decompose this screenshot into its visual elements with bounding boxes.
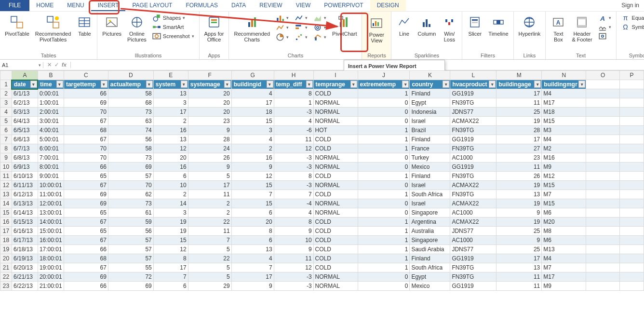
tab-insert[interactable]: INSERT	[91, 0, 126, 11]
cell-A2[interactable]: 6/1/13	[12, 89, 38, 98]
cell-A23[interactable]: 6/22/13	[12, 282, 38, 291]
cell-J16[interactable]: 1	[358, 217, 410, 227]
cell-N20[interactable]: M4	[542, 254, 586, 263]
cell-F20[interactable]: 22	[188, 254, 231, 263]
cell-L19[interactable]: JDNS77	[450, 245, 496, 254]
cell-M22[interactable]: 11	[496, 272, 542, 282]
cell-H15[interactable]: 4	[274, 208, 313, 217]
row-header-10[interactable]: 10	[0, 163, 12, 172]
cell-A11[interactable]: 6/10/13	[12, 172, 38, 181]
cell-empty[interactable]	[620, 181, 644, 190]
cell-N16[interactable]: M20	[542, 217, 586, 227]
cell-I12[interactable]: NORMAL	[313, 181, 358, 190]
filter-button-buildingid[interactable]: ▾	[267, 81, 273, 88]
line-chart-button[interactable]: ▾	[274, 23, 291, 32]
cell-C15[interactable]: 65	[64, 208, 108, 217]
cell-C10[interactable]: 66	[64, 163, 108, 172]
cell-K10[interactable]: Mexico	[410, 163, 450, 172]
cell-F6[interactable]: 9	[188, 126, 231, 135]
table-button[interactable]: Table	[75, 14, 94, 38]
tab-review[interactable]: REVIEW	[253, 0, 289, 11]
cell-L15[interactable]: AC1000	[450, 208, 496, 217]
cell-L17[interactable]: JDNS77	[450, 227, 496, 236]
column-header-F[interactable]: F	[188, 71, 231, 80]
cell-N2[interactable]: M4	[542, 89, 586, 98]
cell-D17[interactable]: 56	[108, 227, 153, 236]
cell-empty[interactable]	[586, 126, 620, 135]
row-header-22[interactable]: 22	[0, 272, 12, 282]
cell-J23[interactable]: 0	[358, 282, 410, 291]
cell-F11[interactable]: 5	[188, 172, 231, 181]
cell-L3[interactable]: FN39TG	[450, 98, 496, 108]
cell-B3[interactable]: 1:00:01	[38, 98, 64, 108]
cell-N22[interactable]: M17	[542, 272, 586, 282]
cell-D7[interactable]: 56	[108, 135, 153, 144]
cell-F21[interactable]: 5	[188, 263, 231, 272]
table-header-temprange[interactable]: temprange▾	[313, 80, 358, 89]
cell-B13[interactable]: 11:00:01	[38, 190, 64, 199]
row-header-7[interactable]: 7	[0, 135, 12, 144]
cell-J6[interactable]: 1	[358, 126, 410, 135]
column-header-N[interactable]: N	[542, 71, 586, 80]
cell-K14[interactable]: Israel	[410, 199, 450, 208]
cell-B23[interactable]: 21:00:01	[38, 282, 64, 291]
cell-J4[interactable]: 0	[358, 108, 410, 117]
cell-J17[interactable]: 1	[358, 227, 410, 236]
row-header-3[interactable]: 3	[0, 98, 12, 108]
cell-B12[interactable]: 10:00:01	[38, 181, 64, 190]
cell-K12[interactable]: Israel	[410, 181, 450, 190]
cell-N4[interactable]: M18	[542, 108, 586, 117]
cell-C6[interactable]: 68	[64, 126, 108, 135]
cell-H2[interactable]: 8	[274, 89, 313, 98]
cell-M14[interactable]: 19	[496, 199, 542, 208]
surface-chart-button[interactable]: ▾	[311, 14, 328, 22]
cell-F5[interactable]: 23	[188, 117, 231, 126]
cell-K15[interactable]: Singapore	[410, 208, 450, 217]
cell-M17[interactable]: 25	[496, 227, 542, 236]
cell-M2[interactable]: 17	[496, 89, 542, 98]
tab-powerpivot[interactable]: POWERPIVOT	[317, 0, 370, 11]
cell-G5[interactable]: 15	[231, 117, 274, 126]
cell-D8[interactable]: 58	[108, 144, 153, 153]
row-header-13[interactable]: 13	[0, 190, 12, 199]
filter-button-system[interactable]: ▾	[181, 81, 188, 88]
cell-J7[interactable]: 1	[358, 135, 410, 144]
cell-M20[interactable]: 17	[496, 254, 542, 263]
column-header-G[interactable]: G	[231, 71, 274, 80]
cell-empty[interactable]	[586, 190, 620, 199]
cell-D13[interactable]: 62	[108, 190, 153, 199]
cell-C7[interactable]: 67	[64, 135, 108, 144]
cell-J2[interactable]: 1	[358, 89, 410, 98]
cell-I15[interactable]: NORMAL	[313, 208, 358, 217]
cell-F9[interactable]: 26	[188, 153, 231, 163]
cell-J10[interactable]: 0	[358, 163, 410, 172]
cell-empty[interactable]	[586, 254, 620, 263]
filter-button-country[interactable]: ▾	[443, 81, 449, 88]
cell-A12[interactable]: 6/11/13	[12, 181, 38, 190]
cell-M23[interactable]: 11	[496, 282, 542, 291]
cell-A14[interactable]: 6/13/13	[12, 199, 38, 208]
cell-empty[interactable]	[620, 135, 644, 144]
cell-empty[interactable]	[586, 199, 620, 208]
cell-K18[interactable]: Singapore	[410, 236, 450, 245]
sparkline-column-button[interactable]: Column	[416, 14, 438, 38]
cell-M7[interactable]: 17	[496, 135, 542, 144]
table-header-actualtemp[interactable]: actualtemp▾	[108, 80, 153, 89]
cell-B8[interactable]: 6:00:01	[38, 144, 64, 153]
column-header-B[interactable]: B	[38, 71, 64, 80]
cell-E19[interactable]: 12	[153, 245, 188, 254]
cell-B16[interactable]: 14:00:01	[38, 217, 64, 227]
cell-A17[interactable]: 6/16/13	[12, 227, 38, 236]
tab-view[interactable]: VIEW	[289, 0, 318, 11]
scatter-chart-button[interactable]: ▾	[293, 33, 309, 41]
cell-M6[interactable]: 28	[496, 126, 542, 135]
cell-M13[interactable]: 13	[496, 190, 542, 199]
cell-I10[interactable]: NORMAL	[313, 163, 358, 172]
hbar-chart-button[interactable]: ▾	[293, 23, 309, 32]
cell-G3[interactable]: 17	[231, 98, 274, 108]
cell-K22[interactable]: Egypt	[410, 272, 450, 282]
cell-K7[interactable]: Finland	[410, 135, 450, 144]
cell-K4[interactable]: Indonesia	[410, 108, 450, 117]
cell-A16[interactable]: 6/15/13	[12, 217, 38, 227]
cell-I18[interactable]: COLD	[313, 236, 358, 245]
